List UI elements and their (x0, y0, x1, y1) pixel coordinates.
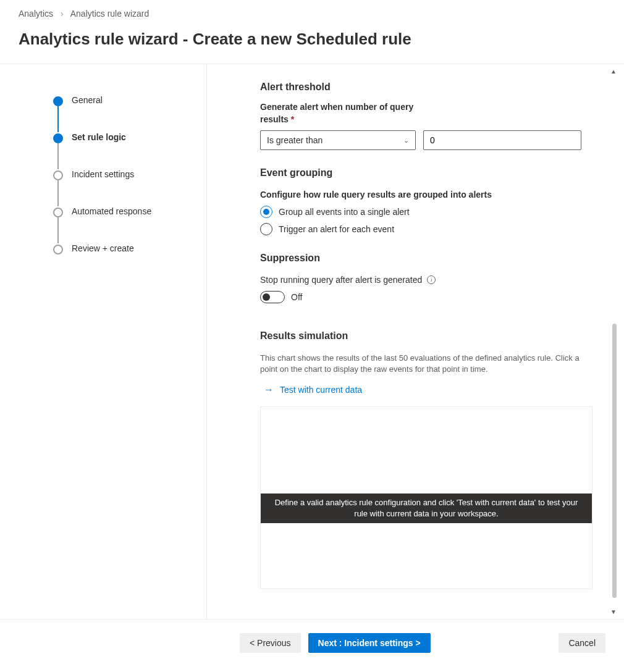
breadcrumb: Analytics › Analytics rule wizard (0, 0, 624, 19)
main-panel: ▲ ▼ Alert threshold Generate alert when … (207, 64, 624, 619)
arrow-right-icon: → (264, 384, 274, 395)
chevron-right-icon: › (61, 9, 64, 19)
results-simulation-heading: Results simulation (260, 330, 593, 342)
step-dot-icon (53, 133, 63, 143)
step-incident-settings[interactable]: Incident settings (53, 169, 206, 206)
toggle-knob-icon (263, 293, 270, 301)
page-title: Analytics rule wizard - Create a new Sch… (0, 19, 624, 64)
radio-group-all-events[interactable]: Group all events into a single alert (260, 206, 593, 218)
chevron-down-icon: ⌄ (403, 136, 409, 145)
step-dot-icon (53, 96, 63, 106)
alert-threshold-heading: Alert threshold (260, 82, 593, 93)
step-general[interactable]: General (53, 95, 206, 132)
step-automated-response[interactable]: Automated response (53, 206, 206, 243)
results-chart-banner: Define a valid analytics rule configurat… (261, 494, 592, 523)
operator-select[interactable]: Is greater than ⌄ (260, 130, 416, 150)
scrollbar[interactable] (612, 324, 617, 598)
info-icon[interactable]: i (427, 275, 436, 284)
radio-icon (260, 223, 272, 235)
step-dot-icon (53, 245, 63, 254)
results-chart: Define a valid analytics rule configurat… (260, 406, 592, 589)
radio-icon (260, 206, 272, 218)
results-simulation-desc: This chart shows the results of the last… (260, 353, 581, 375)
scroll-down-icon[interactable]: ▼ (610, 608, 617, 615)
event-grouping-heading: Event grouping (260, 167, 593, 178)
alert-threshold-label: Generate alert when number of query resu… (260, 101, 415, 125)
suppression-label: Stop running query after alert is genera… (260, 275, 422, 285)
suppression-toggle[interactable] (260, 291, 285, 303)
wizard-footer: < Previous Next : Incident settings > Ca… (0, 620, 624, 653)
breadcrumb-root[interactable]: Analytics (19, 9, 53, 19)
event-grouping-subtitle: Configure how rule query results are gro… (260, 190, 593, 200)
breadcrumb-current: Analytics rule wizard (70, 9, 150, 19)
step-dot-icon (53, 208, 63, 217)
required-asterisk: * (291, 114, 294, 124)
step-dot-icon (53, 170, 63, 180)
step-review-create[interactable]: Review + create (53, 243, 206, 253)
threshold-value-input[interactable] (423, 130, 581, 150)
wizard-steps: General Set rule logic Incident settings… (0, 64, 207, 619)
test-with-current-data-link[interactable]: → Test with current data (260, 384, 593, 395)
suppression-heading: Suppression (260, 253, 593, 264)
radio-trigger-each-event[interactable]: Trigger an alert for each event (260, 223, 593, 235)
scroll-up-icon[interactable]: ▲ (610, 68, 617, 75)
next-button[interactable]: Next : Incident settings > (308, 633, 431, 653)
toggle-state-label: Off (291, 292, 302, 302)
previous-button[interactable]: < Previous (240, 633, 301, 653)
cancel-button[interactable]: Cancel (559, 633, 605, 653)
step-set-rule-logic[interactable]: Set rule logic (53, 132, 206, 169)
